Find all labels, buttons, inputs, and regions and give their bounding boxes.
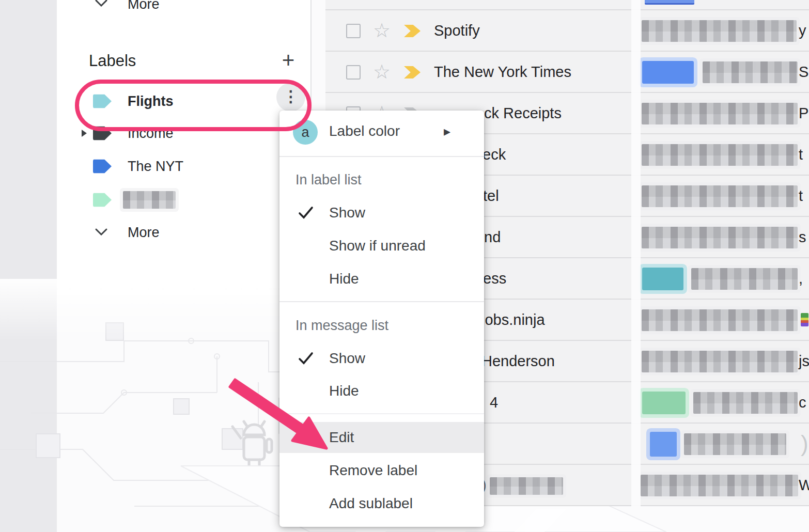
email-sender: nd	[484, 217, 501, 257]
subject-tail-fragment: ,	[799, 258, 803, 299]
subject-tail-fragment: S	[799, 52, 808, 92]
importance-marker-icon	[404, 66, 421, 79]
sidebar-item-more-top[interactable]: More	[57, 0, 311, 25]
redacted-subject	[641, 475, 798, 496]
subject-tail-fragment: t	[799, 134, 803, 175]
email-sender: tel	[483, 176, 499, 216]
email-sender: Henderson	[481, 341, 555, 381]
email-sender: eck	[483, 134, 506, 175]
sidebar-item-label: More	[128, 216, 160, 249]
label-chip	[642, 268, 683, 290]
email-sender: Spotify	[434, 10, 480, 51]
redacted-subject	[642, 227, 798, 248]
checkmark-icon	[297, 204, 315, 222]
email-row[interactable]: ☆ Spotify y	[325, 10, 809, 52]
redacted-subject	[642, 185, 798, 207]
label-tag-icon	[93, 192, 112, 208]
list-column-gutter	[631, 0, 641, 509]
importance-marker-icon	[404, 25, 421, 37]
checkmark-icon	[297, 350, 315, 367]
email-sender: 4	[490, 382, 498, 423]
select-checkbox[interactable]	[346, 65, 361, 80]
menu-action-remove-label[interactable]: Remove label	[279, 456, 484, 485]
subject-tail-fragment: P	[799, 93, 808, 133]
partial-blue-button[interactable]	[645, 0, 694, 5]
sidebar-item-label: More	[128, 0, 160, 17]
redacted-subject	[693, 392, 798, 414]
redacted-subject	[642, 309, 798, 331]
menu-option-hide-label-list[interactable]: Hide	[279, 264, 484, 293]
annotation-arrow	[222, 372, 336, 460]
subject-tail-fragment: W	[799, 465, 809, 505]
star-icon[interactable]: ☆	[373, 10, 391, 51]
subject-tail-fragment: y	[799, 10, 806, 51]
chevron-down-icon	[95, 0, 108, 8]
subject-tail-fragment: c	[799, 382, 806, 423]
email-row-partial[interactable]	[325, 0, 809, 10]
screenshot-root: More Labels + Flights ⋮ Income The NYT	[0, 0, 809, 532]
subject-tail-fragment: )	[801, 424, 808, 464]
label-chip	[642, 61, 694, 84]
menu-action-add-sublabel[interactable]: Add sublabel	[279, 489, 484, 518]
menu-divider	[279, 301, 484, 302]
email-sender: The New York Times	[434, 52, 571, 92]
create-label-button[interactable]: +	[277, 50, 299, 71]
redacted-subject	[642, 20, 797, 42]
email-sender: ck Receipts	[484, 93, 562, 133]
menu-section-header: In label list	[279, 165, 484, 194]
label-chip	[642, 392, 686, 414]
menu-option-show-label-list[interactable]: Show	[279, 198, 484, 227]
menu-item-label-color[interactable]: a Label color ▸	[279, 115, 484, 148]
menu-option-show-message-list[interactable]: Show	[279, 344, 484, 373]
gmail-sidebar: More Labels + Flights ⋮ Income The NYT	[57, 0, 311, 315]
menu-item-label: Label color	[329, 115, 400, 148]
expand-arrow-icon[interactable]	[81, 129, 87, 137]
email-row[interactable]: ☆ The New York Times S	[325, 52, 809, 93]
menu-section-header: In message list	[279, 311, 484, 340]
subject-tail-fragment: js	[799, 341, 809, 381]
redacted-subject	[691, 268, 798, 290]
chevron-down-icon	[95, 228, 108, 237]
submenu-arrow-icon: ▸	[444, 115, 450, 148]
redacted-sender	[490, 477, 563, 495]
redacted-subject	[703, 61, 798, 83]
labels-header-row: Labels +	[57, 50, 311, 83]
subject-tail-fragment: s	[799, 217, 806, 257]
label-chip	[650, 432, 677, 457]
sidebar-label-the-nyt[interactable]: The NYT	[57, 150, 311, 183]
email-sender: jobs.ninja	[481, 300, 545, 340]
subject-tail-fragment: t	[799, 176, 803, 216]
sidebar-label-redacted[interactable]	[57, 183, 311, 216]
select-checkbox[interactable]	[346, 24, 361, 38]
redacted-subject	[642, 351, 798, 372]
redacted-subject	[642, 144, 798, 166]
label-name: The NYT	[128, 150, 183, 183]
email-sender: ess	[483, 258, 506, 299]
label-tag-icon	[93, 159, 112, 174]
menu-divider	[279, 156, 484, 157]
star-icon[interactable]: ☆	[373, 52, 391, 92]
desktop-background-strip	[0, 0, 57, 532]
annotation-highlight-oval	[75, 80, 312, 131]
emoji-icon	[801, 313, 808, 326]
sidebar-item-more-bottom[interactable]: More	[57, 216, 311, 249]
label-context-menu: a Label color ▸ In label list Show Show …	[279, 111, 484, 527]
labels-heading: Labels	[89, 50, 136, 72]
redacted-label-name	[123, 191, 176, 209]
menu-option-show-if-unread[interactable]: Show if unread	[279, 231, 484, 260]
redacted-subject	[684, 433, 786, 455]
redacted-subject	[642, 103, 798, 124]
